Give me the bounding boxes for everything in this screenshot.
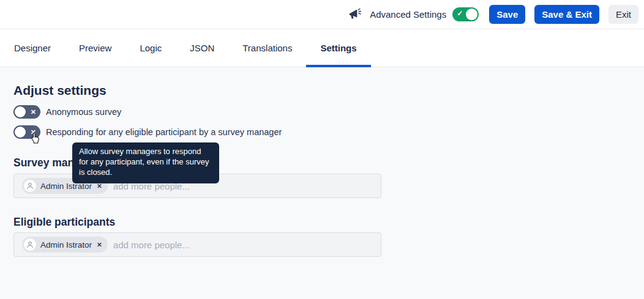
tab-translations[interactable]: Translations: [228, 29, 306, 67]
toggle-knob: [15, 106, 26, 117]
hand-cursor: [30, 131, 42, 148]
tab-json[interactable]: JSON: [176, 29, 228, 67]
chip-name: Admin Istrator: [40, 240, 92, 249]
chip-remove-x-icon[interactable]: ✕: [97, 241, 102, 248]
tab-preview[interactable]: Preview: [65, 29, 125, 67]
person-icon: [24, 180, 36, 192]
tab-bar: Designer Preview Logic JSON Translations…: [0, 29, 644, 67]
save-and-exit-button[interactable]: Save & Exit: [534, 5, 599, 24]
advanced-settings-toggle[interactable]: ✓: [452, 7, 479, 21]
advanced-settings-label: Advanced Settings: [370, 9, 446, 20]
add-people-input[interactable]: [113, 233, 381, 256]
eligible-participants-input[interactable]: Admin Istrator ✕: [13, 232, 381, 257]
page-title: Adjust settings: [13, 83, 107, 98]
person-icon: [24, 238, 36, 251]
manager-responding-label: Responding for any eligible participant …: [46, 127, 282, 137]
toggle-knob: [15, 127, 26, 138]
chip-remove-x-icon[interactable]: ✕: [97, 182, 102, 190]
x-icon: ✕: [31, 108, 36, 116]
exit-button[interactable]: Exit: [608, 5, 638, 24]
megaphone-icon: [348, 8, 362, 21]
save-button[interactable]: Save: [489, 5, 525, 24]
tab-designer[interactable]: Designer: [0, 29, 65, 67]
manager-responding-row: ✕ Responding for any eligible participan…: [13, 125, 282, 139]
anonymous-survey-toggle[interactable]: ✕: [13, 105, 40, 119]
top-toolbar: Advanced Settings ✓ Save Save & Exit Exi…: [0, 0, 644, 29]
person-chip: Admin Istrator ✕: [22, 237, 108, 253]
tab-logic[interactable]: Logic: [125, 29, 176, 67]
anonymous-survey-label: Anonymous survey: [46, 107, 121, 117]
tab-settings[interactable]: Settings: [306, 29, 370, 67]
check-icon: ✓: [457, 9, 463, 18]
eligible-participants-heading: Eligible participants: [13, 216, 115, 229]
settings-panel: Adjust settings ✕ Anonymous survey ✕ Res…: [0, 67, 644, 299]
toggle-tooltip: Allow survey managers to respond for any…: [72, 142, 219, 183]
toggle-knob: [466, 9, 477, 20]
anonymous-survey-row: ✕ Anonymous survey: [13, 105, 121, 119]
